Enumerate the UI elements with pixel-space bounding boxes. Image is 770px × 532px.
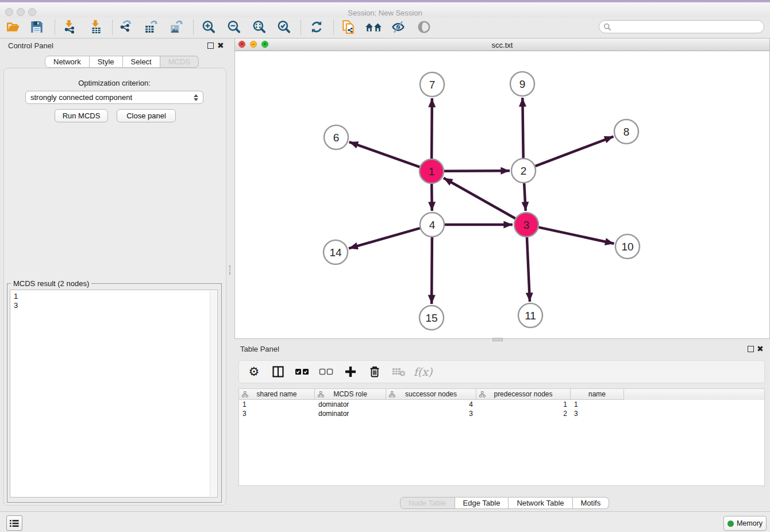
graph-edge-2-9[interactable] [522,98,523,158]
tab-node-table[interactable]: Node Table [400,497,455,509]
select-all-columns-button[interactable] [294,364,310,380]
function-builder-button[interactable]: f(x) [415,364,431,380]
graph-edge-4-14[interactable] [349,228,420,248]
column-header-predecessor-nodes[interactable]: predecessor nodes [476,389,571,400]
import-network-button[interactable] [61,19,78,35]
zoom-in-button[interactable] [201,19,217,35]
table-panel-float-icon[interactable] [748,346,754,352]
first-neighbors-button[interactable] [364,19,383,35]
graph-node-3[interactable]: 3 [514,213,538,237]
graph-edge-3-11[interactable] [527,237,530,302]
column-header-name[interactable]: name [571,389,624,400]
table-cell[interactable]: dominator [315,409,386,418]
graph-node-15[interactable]: 15 [419,306,444,330]
graph-edge-1-6[interactable] [349,142,420,167]
import-table-button[interactable] [88,19,104,35]
mcds-result-box[interactable]: 1 3 [10,290,218,498]
delete-column-button[interactable] [367,364,383,380]
graph-edge-2-3[interactable] [524,183,526,211]
column-header-shared-name[interactable]: shared name [239,389,315,400]
graph-node-6[interactable]: 6 [324,125,348,149]
show-graphics-eye-icon [417,20,432,34]
table-cell[interactable]: 4 [386,400,476,409]
graph-edge-1-2[interactable] [444,171,510,171]
graph-node-9[interactable]: 9 [510,72,534,96]
graph-node-14[interactable]: 14 [324,240,348,264]
graph-edge-1-4[interactable] [432,184,432,211]
add-column-button[interactable] [342,364,359,380]
table-cell[interactable]: 1 [476,400,571,409]
attribute-tree-icon [242,391,248,398]
toolbar-separator [112,20,113,35]
table-cell[interactable]: 2 [476,409,571,418]
table-row[interactable]: 3dominator323 [239,409,764,418]
panel-splitter-handle[interactable] [492,338,503,341]
table-panel-close-icon[interactable]: ✖ [757,345,764,352]
export-image-button[interactable] [168,19,184,35]
column-header-successor-nodes[interactable]: successor nodes [386,389,476,400]
run-mcds-button[interactable]: Run MCDS [55,109,108,122]
split-columns-icon [272,365,284,378]
graph-node-1[interactable]: 1 [419,159,444,183]
table-cell[interactable]: 1 [239,400,315,409]
graph-node-4[interactable]: 4 [420,213,444,237]
graph-node-8[interactable]: 8 [614,119,638,144]
column-header-mcds-role[interactable]: MCDS role [315,389,386,400]
tab-mcds[interactable]: MCDS [160,56,199,68]
graph-edge-1-7[interactable] [432,98,432,159]
hide-selected-button[interactable] [390,19,406,35]
zoom-out-button[interactable] [226,19,242,35]
splitter-grip[interactable] [229,265,233,275]
graph-edge-2-8[interactable] [536,137,614,167]
refresh-button[interactable] [309,19,325,35]
tab-select[interactable]: Select [123,56,160,68]
control-panel-close-icon[interactable]: ✖ [217,42,224,49]
table-cell[interactable]: 3 [386,409,476,418]
criterion-dropdown[interactable]: strongly connected component [25,91,203,104]
table-cell[interactable]: 1 [571,400,624,409]
close-panel-button[interactable]: Close panel [117,109,176,122]
graph-node-2[interactable]: 2 [511,159,536,183]
delete-table-icon [392,367,406,377]
table-cell[interactable]: dominator [315,400,386,409]
tab-network[interactable]: Network [45,56,90,68]
graph-edge-3-10[interactable] [539,228,614,244]
tab-style[interactable]: Style [90,56,123,68]
delete-table-button[interactable] [391,364,407,380]
graph-node-7[interactable]: 7 [420,72,444,97]
task-history-button[interactable] [6,515,22,531]
clone-network-button[interactable] [340,19,356,35]
export-table-button[interactable] [143,19,159,35]
tab-network-table[interactable]: Network Table [509,497,572,509]
network-canvas[interactable]: 1234678910111415 [235,51,769,338]
table-cell[interactable]: 3 [571,409,624,418]
table-row[interactable]: 1dominator411 [239,400,764,409]
save-session-button[interactable] [29,19,45,35]
split-columns-button[interactable] [270,364,286,380]
show-graphics-button[interactable] [416,19,432,35]
table-settings-button[interactable]: ⚙ [246,364,262,380]
zoom-selected-button[interactable] [276,19,292,35]
open-session-button[interactable] [5,19,21,35]
export-image-icon [169,20,184,34]
deselect-all-columns-button[interactable] [318,364,334,380]
graph-node-label: 3 [523,219,530,231]
network-file-title: scc.txt [235,41,769,49]
graph-edge-3-1[interactable] [444,178,515,218]
graph-node-label: 7 [429,79,436,91]
graph-edge-4-15[interactable] [432,237,432,304]
table-cell[interactable]: 3 [239,409,315,418]
memory-button[interactable]: Memory [723,516,767,531]
eye-slash-icon [391,20,406,34]
tab-edge-table[interactable]: Edge Table [455,497,509,509]
control-panel-float-icon[interactable] [207,43,214,49]
search-input[interactable] [614,22,764,32]
network-window-title-bar: ✕ − + scc.txt [235,38,769,51]
graph-node-11[interactable]: 11 [518,303,542,327]
search-field[interactable] [599,20,764,33]
tab-motifs[interactable]: Motifs [573,497,610,509]
graph-node-10[interactable]: 10 [615,234,640,259]
export-network-button[interactable] [118,19,134,35]
zoom-fit-button[interactable] [251,19,267,35]
result-scrollbar[interactable] [210,291,217,496]
